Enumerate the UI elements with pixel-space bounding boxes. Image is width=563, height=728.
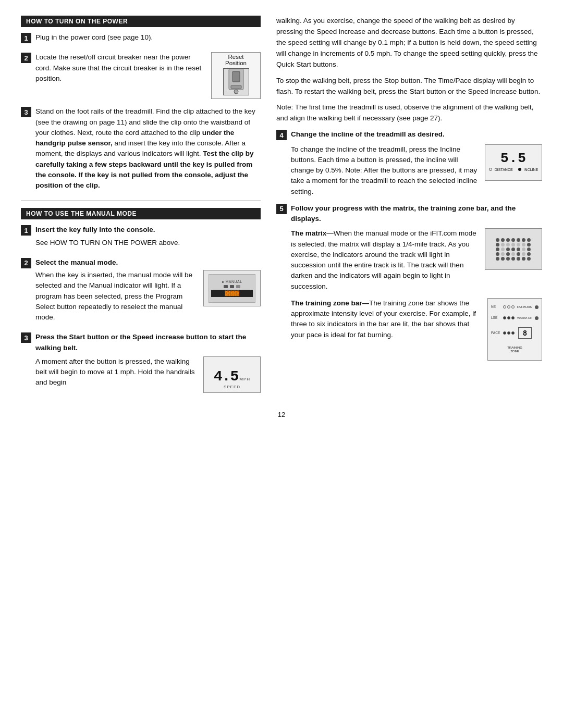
- lse-label: LSE: [491, 315, 501, 320]
- matrix-dot: [496, 257, 499, 261]
- pace-dot: [503, 331, 506, 335]
- step-number-2: 2: [21, 53, 31, 63]
- warm-up-dot: [535, 316, 538, 320]
- matrix-dot: [506, 252, 510, 256]
- warm-up-label: WARM-UP: [516, 316, 532, 320]
- pace-label: PACE: [491, 330, 501, 336]
- training-zone-section: The training zone bar—The training zone …: [291, 298, 542, 361]
- matrix-dot: [506, 238, 510, 242]
- matrix-dot: [517, 243, 520, 246]
- section1-header: HOW TO TURN ON THE POWER: [21, 16, 261, 27]
- matrix-dot: [527, 257, 531, 261]
- pace-dot: [507, 331, 510, 335]
- right-step-5-content: Follow your progress with the matrix, th…: [291, 203, 542, 361]
- divider-1: [21, 200, 261, 201]
- manual-step-2-text: When the key is inserted, the manual mod…: [35, 270, 197, 325]
- matrix-dot: [522, 252, 525, 256]
- step-3: 3 Stand on the foot rails of the treadmi…: [21, 106, 261, 193]
- fat-burn-dot: [535, 305, 538, 309]
- matrix-dot: [522, 257, 525, 261]
- manual-step-1-text: See HOW TO TURN ON THE POWER above.: [35, 238, 261, 248]
- matrix-dot: [511, 238, 515, 242]
- ne-dots: [503, 305, 515, 309]
- matrix-dot: [527, 248, 531, 251]
- ne-dot: [503, 305, 506, 309]
- matrix-dot: [506, 248, 510, 251]
- console-image: ● MANUAL ▓▓▓▓▓: [203, 270, 261, 306]
- right-step-4-bold: Change the incline of the treadmill as d…: [291, 130, 445, 138]
- manual-step-number-3: 3: [21, 332, 31, 343]
- matrix-dot: [506, 257, 510, 261]
- right-column: walking. As you exercise, change the spe…: [276, 16, 542, 400]
- right-step-4-text: To change the incline of the treadmill, …: [291, 144, 479, 197]
- matrix-dot: [517, 238, 520, 242]
- ne-dot: [507, 305, 510, 309]
- incline-label-text: INCLINE: [524, 168, 538, 171]
- right-step-5-bold: Follow your progress with the matrix, th…: [291, 204, 516, 223]
- matrix-dot: [496, 252, 499, 256]
- right-para-3: Note: The first time the treadmill is us…: [276, 102, 542, 124]
- page-number: 12: [21, 411, 542, 418]
- speed-display-inner: 4.5 MPH SPEED: [214, 369, 250, 389]
- matrix-section: The matrix—When the manual mode or the i…: [291, 228, 542, 292]
- matrix-dot: [501, 257, 505, 261]
- matrix-dot: [522, 238, 525, 242]
- matrix-dot: [496, 243, 499, 246]
- manual-step-3-bold: Press the Start button or the Speed incr…: [35, 333, 246, 351]
- manual-step-3: 3 Press the Start button or the Speed in…: [21, 332, 261, 393]
- matrix-dot: [501, 252, 505, 256]
- svg-rect-2: [231, 85, 241, 89]
- page-layout: HOW TO TURN ON THE POWER 1 Plug in the p…: [21, 16, 542, 400]
- distance-label: DISTANCE: [495, 168, 513, 171]
- step-2-content: Locate the reset/off circuit breaker nea…: [35, 52, 261, 99]
- right-step-4: 4 Change the incline of the treadmill as…: [276, 129, 542, 197]
- manual-step-2: 2 Select the manual mode. When the key i…: [21, 257, 261, 325]
- manual-step-2-content: Select the manual mode. When the key is …: [35, 257, 261, 325]
- step-1: 1 Plug in the power cord (see page 10).: [21, 32, 261, 45]
- lse-dot: [507, 316, 510, 319]
- training-subtitle: The training zone bar—: [291, 299, 369, 307]
- matrix-dot: [506, 243, 510, 246]
- step-number-1: 1: [21, 33, 31, 43]
- step-number-3: 3: [21, 107, 31, 117]
- matrix-dot: [501, 243, 505, 246]
- training-zone-label: TRAININGZONE: [507, 346, 522, 354]
- right-step-4-content: Change the incline of the treadmill as d…: [291, 129, 542, 197]
- matrix-dot: [517, 252, 520, 256]
- matrix-dot: [517, 248, 520, 251]
- matrix-dot: [527, 252, 531, 256]
- step-2: 2 Locate the reset/off circuit breaker n…: [21, 52, 261, 99]
- svg-rect-1: [232, 71, 240, 82]
- pace-dots: [503, 331, 515, 335]
- matrix-dot: [517, 257, 520, 261]
- fat-burn-label: FAT-BURN: [516, 305, 532, 310]
- svg-point-3: [234, 90, 238, 94]
- matrix-dot: [522, 248, 525, 251]
- speed-label: SPEED: [224, 385, 240, 389]
- manual-step-3-text: A moment after the button is pressed, th…: [35, 356, 197, 390]
- reset-position-image: ResetPosition: [211, 52, 261, 99]
- matrix-dot: [527, 238, 531, 242]
- matrix-dot: [501, 238, 505, 242]
- manual-step-1-bold: Insert the key fully into the console.: [35, 226, 155, 233]
- incline-value: 5.5: [500, 152, 527, 165]
- right-step-5: 5 Follow your progress with the matrix, …: [276, 203, 542, 361]
- training-ne-row: NE FAT-BURN: [491, 304, 538, 310]
- training-text-block: The training zone bar—The training zone …: [291, 298, 481, 340]
- matrix-dot: [511, 243, 515, 246]
- console-inner: ● MANUAL ▓▓▓▓▓: [209, 274, 255, 303]
- matrix-dot: [527, 243, 531, 246]
- reset-position-label: ResetPosition: [225, 54, 247, 66]
- manual-step-number-2: 2: [21, 258, 31, 268]
- step-1-content: Plug in the power cord (see page 10).: [35, 32, 261, 45]
- matrix-dot: [511, 257, 515, 261]
- manual-step-number-1: 1: [21, 225, 31, 236]
- pace-dot: [511, 331, 515, 335]
- lse-dots: [503, 316, 515, 319]
- matrix-dot: [511, 252, 515, 256]
- manual-step-1: 1 Insert the key fully into the console.…: [21, 225, 261, 250]
- right-step-number-5: 5: [276, 204, 287, 214]
- step-2-text: Locate the reset/off circuit breaker nea…: [35, 52, 205, 86]
- matrix-dot: [496, 238, 499, 242]
- manual-step-3-content: Press the Start button or the Speed incr…: [35, 332, 261, 393]
